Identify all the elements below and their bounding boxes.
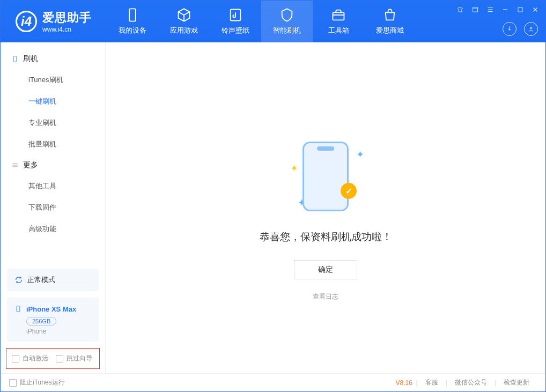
header: i4 爱思助手 www.i4.cn 我的设备 应用游戏 铃声壁纸 智能刷机 bbox=[1, 1, 545, 42]
tab-apps[interactable]: 应用游戏 bbox=[158, 1, 210, 42]
body: 刷机 iTunes刷机 一键刷机 专业刷机 批量刷机 更多 其他工具 下载固件 … bbox=[1, 42, 545, 373]
device-capacity: 256GB bbox=[26, 317, 56, 326]
nav-item-advanced[interactable]: 高级功能 bbox=[1, 218, 105, 240]
nav-section-more: 更多 bbox=[1, 155, 105, 175]
check-badge-icon: ✓ bbox=[341, 183, 357, 199]
app-window: i4 爱思助手 www.i4.cn 我的设备 应用游戏 铃声壁纸 智能刷机 bbox=[0, 0, 546, 392]
nav-item-pro-flash[interactable]: 专业刷机 bbox=[1, 112, 105, 134]
tab-store[interactable]: 爱思商城 bbox=[364, 1, 416, 42]
wechat-link[interactable]: 微信公众号 bbox=[455, 378, 487, 387]
app-window-icon[interactable] bbox=[470, 5, 480, 14]
checkbox-icon bbox=[9, 379, 17, 387]
shield-icon bbox=[279, 8, 294, 23]
version: V8.16 bbox=[396, 379, 412, 387]
checkbox-label: 跳过向导 bbox=[67, 354, 92, 363]
logo-text: 爱思助手 www.i4.cn bbox=[42, 10, 92, 33]
section-title: 更多 bbox=[23, 160, 38, 170]
tab-label: 爱思商城 bbox=[376, 26, 404, 35]
device-icon bbox=[14, 304, 22, 314]
note-icon bbox=[228, 8, 243, 23]
nav-item-other-tools[interactable]: 其他工具 bbox=[1, 175, 105, 197]
tab-toolbox[interactable]: 工具箱 bbox=[313, 1, 364, 42]
logo: i4 爱思助手 www.i4.cn bbox=[1, 1, 107, 42]
nav-item-itunes-flash[interactable]: iTunes刷机 bbox=[1, 69, 105, 91]
section-title: 刷机 bbox=[23, 54, 38, 64]
menu-icon[interactable] bbox=[485, 5, 495, 14]
checkbox-label: 自动激活 bbox=[23, 354, 48, 363]
success-message: 恭喜您，保资料刷机成功啦！ bbox=[260, 230, 392, 244]
minimize-icon[interactable] bbox=[500, 5, 510, 14]
nav-item-oneclick-flash[interactable]: 一键刷机 bbox=[1, 91, 105, 112]
mode-card[interactable]: 正常模式 bbox=[7, 269, 99, 291]
tab-label: 工具箱 bbox=[328, 26, 349, 35]
nav-section-flash: 刷机 bbox=[1, 49, 105, 69]
ok-button[interactable]: 确定 bbox=[294, 260, 357, 279]
list-icon bbox=[11, 161, 19, 169]
view-log-link[interactable]: 查看日志 bbox=[313, 292, 338, 301]
checkbox-icon bbox=[12, 355, 19, 363]
logo-icon: i4 bbox=[16, 11, 37, 32]
maximize-icon[interactable] bbox=[515, 5, 525, 14]
phone-icon bbox=[11, 55, 19, 63]
checkbox-block-itunes[interactable]: 阻止iTunes运行 bbox=[9, 378, 65, 387]
tab-label: 我的设备 bbox=[119, 26, 146, 35]
sidebar: 刷机 iTunes刷机 一键刷机 专业刷机 批量刷机 更多 其他工具 下载固件 … bbox=[1, 42, 106, 373]
support-link[interactable]: 客服 bbox=[425, 378, 438, 387]
footer: 阻止iTunes运行 V8.16 | 客服 | 微信公众号 | 检查更新 bbox=[1, 373, 545, 391]
phone-illustration-icon bbox=[302, 142, 349, 211]
tab-label: 智能刷机 bbox=[273, 26, 301, 35]
svg-rect-3 bbox=[473, 8, 477, 12]
checkbox-label: 阻止iTunes运行 bbox=[20, 378, 65, 387]
mode-label: 正常模式 bbox=[27, 275, 55, 285]
user-icon[interactable] bbox=[524, 22, 538, 36]
bag-icon bbox=[382, 8, 397, 23]
sparkle-icon: ✦ bbox=[290, 162, 298, 174]
device-card[interactable]: iPhone XS Max 256GB iPhone bbox=[7, 298, 99, 342]
main-tabs: 我的设备 应用游戏 铃声壁纸 智能刷机 工具箱 爱思商城 bbox=[107, 1, 416, 42]
svg-rect-0 bbox=[129, 9, 136, 21]
refresh-icon bbox=[14, 276, 23, 284]
svg-rect-4 bbox=[518, 8, 522, 12]
device-name: iPhone XS Max bbox=[26, 305, 76, 313]
nav-item-batch-flash[interactable]: 批量刷机 bbox=[1, 134, 105, 155]
svg-rect-6 bbox=[13, 56, 17, 62]
tab-my-device[interactable]: 我的设备 bbox=[107, 1, 158, 42]
success-illustration: ✦ ✦ ✦ ✓ bbox=[288, 139, 363, 214]
tab-ringtones[interactable]: 铃声壁纸 bbox=[210, 1, 261, 42]
checkbox-skip-guide[interactable]: 跳过向导 bbox=[56, 354, 92, 363]
shirt-icon[interactable] bbox=[455, 5, 465, 14]
sparkle-icon: ✦ bbox=[356, 149, 364, 160]
toolbox-icon bbox=[331, 8, 346, 23]
checkbox-icon bbox=[56, 355, 63, 363]
highlighted-options: 自动激活 跳过向导 bbox=[6, 348, 100, 369]
device-icon bbox=[125, 8, 140, 23]
download-icon[interactable] bbox=[503, 22, 517, 36]
tab-label: 应用游戏 bbox=[170, 26, 198, 35]
svg-rect-2 bbox=[333, 12, 344, 20]
checkbox-auto-activate[interactable]: 自动激活 bbox=[12, 354, 48, 363]
main-content: ✦ ✦ ✦ ✓ 恭喜您，保资料刷机成功啦！ 确定 查看日志 bbox=[106, 42, 545, 373]
device-type: iPhone bbox=[26, 328, 91, 335]
app-name: 爱思助手 bbox=[42, 10, 92, 26]
cube-icon bbox=[176, 8, 191, 23]
svg-point-5 bbox=[530, 27, 532, 29]
window-controls bbox=[455, 5, 540, 14]
svg-rect-7 bbox=[17, 306, 20, 312]
tab-label: 铃声壁纸 bbox=[222, 26, 249, 35]
nav: 刷机 iTunes刷机 一键刷机 专业刷机 批量刷机 更多 其他工具 下载固件 … bbox=[1, 42, 105, 269]
app-url: www.i4.cn bbox=[42, 26, 92, 33]
tab-flash[interactable]: 智能刷机 bbox=[261, 1, 313, 42]
nav-item-download-firmware[interactable]: 下载固件 bbox=[1, 197, 105, 218]
close-icon[interactable] bbox=[530, 5, 540, 14]
check-update-link[interactable]: 检查更新 bbox=[504, 378, 529, 387]
